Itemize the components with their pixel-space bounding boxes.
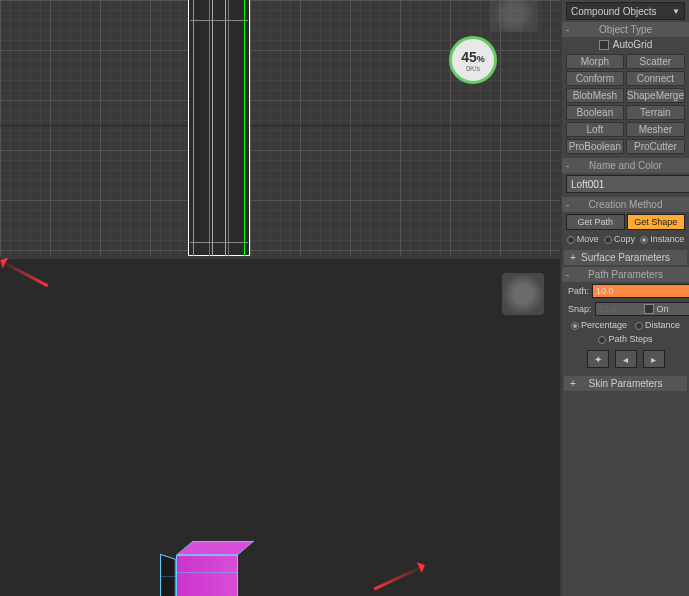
box-side-face — [160, 554, 176, 596]
object-type-header[interactable]: - Object Type — [562, 22, 689, 37]
chevron-down-icon: ▼ — [672, 7, 680, 16]
collapse-icon: - — [566, 160, 569, 171]
snap-row: Snap: ▲ ▼ On — [562, 300, 689, 318]
path-label: Path: — [568, 286, 589, 296]
viewport-perspective[interactable]: z y — [0, 259, 560, 596]
viewcube-icon[interactable] — [490, 0, 538, 32]
section-title: Path Parameters — [588, 269, 663, 280]
path-row: Path: ▲ ▼ — [562, 282, 689, 300]
box-edge — [161, 576, 177, 577]
path-mode-row: Percentage Distance — [562, 318, 689, 332]
section-title: Object Type — [599, 24, 652, 35]
shapemerge-button[interactable]: ShapeMerge — [626, 88, 685, 103]
on-checkbox[interactable] — [644, 304, 654, 314]
section-title: Name and Color — [589, 160, 662, 171]
move-label: Move — [577, 234, 599, 244]
path-steps-radio[interactable] — [598, 336, 606, 344]
annotation-arrow — [374, 564, 426, 590]
expand-icon: + — [570, 252, 576, 263]
command-panel: Compound Objects ▼ - Object Type AutoGri… — [562, 0, 689, 596]
path-parameters-header[interactable]: - Path Parameters — [562, 267, 689, 282]
collapse-icon: - — [566, 199, 569, 210]
expand-icon: + — [570, 378, 576, 389]
path-steps-label: Path Steps — [608, 334, 652, 344]
viewcube-icon[interactable] — [502, 273, 544, 315]
viewports-area: 45% 0K/s z y — [0, 0, 560, 596]
badge-unit: % — [477, 54, 485, 64]
boolean-button[interactable]: Boolean — [566, 105, 624, 120]
instance-radio[interactable] — [640, 236, 648, 244]
path-input[interactable] — [592, 284, 689, 298]
skin-parameters-header[interactable]: + Skin Parameters — [564, 376, 687, 391]
collapse-icon: - — [566, 269, 569, 280]
badge-value: 45 — [461, 49, 477, 65]
distance-radio[interactable] — [635, 322, 643, 330]
collapse-icon: - — [566, 24, 569, 35]
annotation-arrow — [0, 259, 48, 287]
percentage-radio[interactable] — [571, 322, 579, 330]
proboolean-button[interactable]: ProBoolean — [566, 139, 624, 154]
axis-line — [0, 125, 560, 126]
guide-hline — [190, 20, 248, 21]
object-name-input[interactable] — [566, 175, 689, 193]
section-title: Creation Method — [589, 199, 663, 210]
conform-button[interactable]: Conform — [566, 71, 624, 86]
snap-input[interactable] — [595, 302, 689, 316]
surface-parameters-header[interactable]: + Surface Parameters — [564, 250, 687, 265]
snap-spinner: ▲ ▼ — [595, 302, 641, 316]
section-title: Surface Parameters — [581, 252, 670, 263]
terrain-button[interactable]: Terrain — [626, 105, 685, 120]
morph-button[interactable]: Morph — [566, 54, 624, 69]
snap-label: Snap: — [568, 304, 592, 314]
blobmesh-button[interactable]: BlobMesh — [566, 88, 624, 103]
badge-rate: 0K/s — [466, 65, 480, 72]
creation-method-header[interactable]: - Creation Method — [562, 197, 689, 212]
path-steps-row: Path Steps — [562, 332, 689, 346]
move-radio[interactable] — [567, 236, 575, 244]
autogrid-checkbox[interactable] — [599, 40, 609, 50]
instance-label: Instance — [650, 234, 684, 244]
connect-button[interactable]: Connect — [626, 71, 685, 86]
get-path-button[interactable]: Get Path — [566, 214, 625, 230]
copy-label: Copy — [614, 234, 635, 244]
autogrid-label: AutoGrid — [613, 39, 652, 50]
guide-inner — [212, 0, 226, 256]
percentage-label: Percentage — [581, 320, 627, 330]
procutter-button[interactable]: ProCutter — [626, 139, 685, 154]
scatter-button[interactable]: Scatter — [626, 54, 685, 69]
path-spinner: ▲ ▼ — [592, 284, 689, 298]
creation-radio-row: Move Copy Instance — [562, 232, 689, 246]
on-label: On — [657, 304, 669, 314]
autogrid-row: AutoGrid — [562, 37, 689, 52]
object-type-buttons: Morph Scatter Conform Connect BlobMesh S… — [562, 52, 689, 156]
box-front-face — [176, 555, 238, 596]
box-edge — [177, 572, 238, 573]
viewport-top[interactable]: 45% 0K/s — [0, 0, 560, 256]
guide-line — [209, 0, 210, 256]
name-color-header[interactable]: - Name and Color — [562, 158, 689, 173]
box-top-face — [176, 541, 255, 555]
copy-radio[interactable] — [604, 236, 612, 244]
pick-icon[interactable]: ✦ — [587, 350, 609, 368]
get-shape-button[interactable]: Get Shape — [627, 214, 686, 230]
next-icon[interactable]: ▸ — [643, 350, 665, 368]
loft-button[interactable]: Loft — [566, 122, 624, 137]
category-dropdown[interactable]: Compound Objects ▼ — [566, 2, 685, 20]
prev-icon[interactable]: ◂ — [615, 350, 637, 368]
creation-buttons: Get Path Get Shape — [562, 212, 689, 232]
mesher-button[interactable]: Mesher — [626, 122, 685, 137]
guide-line — [228, 0, 229, 256]
name-row — [562, 173, 689, 195]
path-icon-row: ✦ ◂ ▸ — [562, 346, 689, 372]
guide-hline — [190, 242, 248, 243]
distance-label: Distance — [645, 320, 680, 330]
section-title: Skin Parameters — [589, 378, 663, 389]
dropdown-label: Compound Objects — [571, 6, 657, 17]
progress-badge: 45% 0K/s — [449, 36, 497, 84]
loft-object-3d[interactable] — [156, 535, 244, 596]
